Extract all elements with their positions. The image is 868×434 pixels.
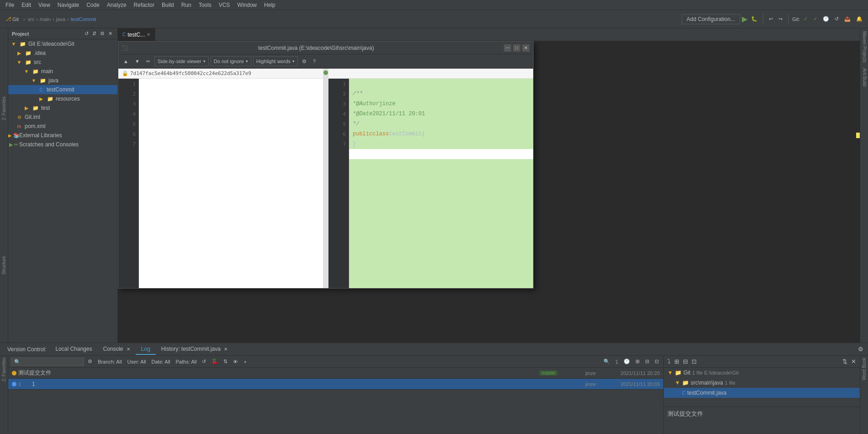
commit-tree-git[interactable]: ▼ 📁 Git 1 file E:\ideacode\Git bbox=[664, 368, 860, 378]
tab-local-changes[interactable]: Local Changes bbox=[50, 344, 97, 355]
redo-button[interactable]: ↪ bbox=[777, 15, 784, 23]
diff-help-btn[interactable]: ? bbox=[311, 58, 318, 65]
diff-ignore-dropdown[interactable]: Do not ignore ▾ bbox=[211, 56, 251, 66]
tree-item-main[interactable]: ▼ 📁 main bbox=[8, 67, 117, 76]
branch-filter[interactable]: Branch: All bbox=[96, 359, 124, 364]
log-cherry-pick-btn[interactable]: 🍒 bbox=[210, 358, 220, 365]
right-panel-btn2[interactable]: ⊞ bbox=[673, 358, 680, 365]
log-row-0[interactable]: 测试提交文件 master jinze 2021/11/11 20:20 bbox=[8, 368, 663, 379]
menu-help[interactable]: Help bbox=[260, 1, 279, 9]
git-revert[interactable]: ↺ bbox=[833, 15, 841, 23]
tree-item-src[interactable]: ▼ 📁 src bbox=[8, 58, 117, 67]
log-settings-btn[interactable]: ⚙ bbox=[86, 358, 94, 365]
menu-view[interactable]: View bbox=[35, 1, 54, 9]
menu-analyze[interactable]: Analyze bbox=[103, 1, 130, 9]
tree-item-pomxml[interactable]: m pom.xml bbox=[8, 122, 117, 131]
git-clock[interactable]: 🕐 bbox=[821, 15, 831, 23]
menu-navigate[interactable]: Navigate bbox=[54, 1, 83, 9]
diff-prev-btn[interactable]: ▲ bbox=[121, 58, 131, 65]
sidebar-close-btn[interactable]: ✕ bbox=[107, 30, 114, 37]
git-push[interactable]: 📤 bbox=[842, 15, 852, 23]
log-collapse-btn[interactable]: ⤵ bbox=[614, 359, 620, 365]
right-close-btn[interactable]: ✕ bbox=[850, 358, 857, 365]
tree-item-testcommit[interactable]: C testCommit bbox=[8, 85, 117, 94]
log-sort-btn[interactable]: ⇅ bbox=[222, 358, 229, 365]
git-check1[interactable]: ✓ bbox=[802, 15, 810, 23]
menu-tools[interactable]: Tools bbox=[195, 1, 215, 9]
tree-item-resources[interactable]: ▶ 📁 resources bbox=[8, 94, 117, 103]
tree-item-scratches[interactable]: ▶ ✏ Scratches and Consoles bbox=[8, 140, 117, 149]
sidebar-sync-btn[interactable]: ↺ bbox=[83, 30, 90, 37]
menu-run[interactable]: Run bbox=[178, 1, 195, 9]
tab-log[interactable]: Log bbox=[136, 344, 156, 355]
diff-viewer-dropdown[interactable]: Side-by-side viewer ▾ bbox=[154, 56, 209, 66]
sidebar-expand-btn[interactable]: ⇵ bbox=[91, 30, 98, 37]
commit-tree-file[interactable]: C testCommit.java bbox=[664, 388, 860, 398]
bottom-settings-btn[interactable]: ⚙ bbox=[857, 346, 864, 353]
menu-build[interactable]: Build bbox=[158, 1, 178, 9]
tree-item-java[interactable]: ▼ 📁 java bbox=[8, 76, 117, 85]
word-book-label[interactable]: Word Book bbox=[861, 356, 868, 382]
menu-window[interactable]: Window bbox=[233, 1, 260, 9]
menu-refactor[interactable]: Refactor bbox=[130, 1, 158, 9]
ant-build-label[interactable]: Ant Build bbox=[860, 65, 868, 89]
log-split-btn[interactable]: ⊟ bbox=[643, 358, 651, 365]
diff-settings-btn[interactable]: ⚙ bbox=[300, 58, 309, 65]
diff-minimize-btn[interactable]: ─ bbox=[504, 44, 511, 52]
undo-button[interactable]: ↩ bbox=[767, 15, 775, 23]
user-filter[interactable]: User: All bbox=[126, 359, 148, 364]
editor-tab-testcommit[interactable]: C testC... ✕ bbox=[118, 28, 155, 41]
git-check2[interactable]: ✓ bbox=[811, 15, 819, 23]
git-notification[interactable]: 🔔 bbox=[854, 15, 864, 23]
value-date: 2021/11/11 20:01 bbox=[372, 111, 425, 117]
iml-file-icon: ⚙ bbox=[16, 113, 23, 121]
date-filter[interactable]: Date: All bbox=[150, 359, 172, 364]
diff-maximize-btn[interactable]: □ bbox=[513, 44, 520, 52]
git-icon[interactable]: ⎇ Git bbox=[4, 15, 21, 23]
structure-label[interactable]: Structure bbox=[0, 254, 7, 277]
diff-close-btn[interactable]: ✕ bbox=[522, 44, 529, 52]
add-configuration-button[interactable]: Add Configuration... bbox=[682, 14, 740, 24]
menu-file[interactable]: File bbox=[2, 1, 18, 9]
tree-item-gitiml[interactable]: ⚙ Git.iml bbox=[8, 113, 117, 122]
tree-item-external[interactable]: ▶ 📚 External Libraries bbox=[8, 131, 117, 140]
tree-item-git[interactable]: ▼ 📁 Git E:\ideacode\Git bbox=[8, 39, 117, 48]
commit-tree-src[interactable]: ▼ 📁 src\main\java 1 file bbox=[664, 378, 860, 388]
tab-history[interactable]: History: testCommit.java ✕ bbox=[156, 344, 233, 355]
console-close-icon[interactable]: ✕ bbox=[127, 347, 130, 352]
log-search-input[interactable] bbox=[11, 358, 84, 366]
diff-next-btn[interactable]: ▼ bbox=[132, 58, 142, 65]
menu-edit[interactable]: Edit bbox=[18, 1, 35, 9]
diff-edit-btn[interactable]: ✏ bbox=[144, 58, 153, 65]
tree-item-test[interactable]: ▶ 📁 test bbox=[8, 103, 117, 113]
sidebar-settings-btn[interactable]: ⚙ bbox=[99, 30, 106, 37]
debug-button[interactable]: 🐛 bbox=[749, 15, 759, 23]
log-vertical-btn[interactable]: ⊡ bbox=[653, 358, 661, 365]
folder-expand-icon: ▼ bbox=[675, 380, 680, 386]
maven-projects-label[interactable]: Maven Projects bbox=[860, 28, 868, 65]
right-panel-btn4[interactable]: ⊡ bbox=[691, 358, 698, 365]
log-row-1[interactable]: 1 1 jinze 2021/11/11 20:03 bbox=[8, 379, 663, 390]
log-eye-btn[interactable]: 👁 bbox=[231, 359, 240, 365]
tab-console[interactable]: Console ✕ bbox=[97, 344, 135, 355]
log-history-btn[interactable]: 🕐 bbox=[622, 358, 632, 365]
diff-highlight-dropdown[interactable]: Highlight words ▾ bbox=[253, 56, 298, 66]
log-search-right-btn[interactable]: 🔍 bbox=[602, 358, 612, 365]
external-folder-icon: ▶ 📚 bbox=[10, 132, 17, 139]
log-refresh-btn[interactable]: ↺ bbox=[200, 358, 208, 365]
paths-filter[interactable]: Paths: All bbox=[174, 359, 199, 364]
diff-line-1 bbox=[139, 79, 323, 89]
menu-code[interactable]: Code bbox=[83, 1, 103, 9]
menu-vcs[interactable]: VCS bbox=[215, 1, 234, 9]
tree-item-idea[interactable]: ▶ 📁 .idea bbox=[8, 48, 117, 58]
right-panel-btn3[interactable]: ⊟ bbox=[682, 358, 689, 365]
favorites-bottom-label[interactable]: 2: Favorites bbox=[0, 356, 7, 383]
run-button[interactable]: ▶ bbox=[742, 15, 747, 23]
right-panel-btn1[interactable]: ⤵ bbox=[667, 358, 672, 365]
history-close-icon[interactable]: ✕ bbox=[224, 347, 228, 352]
favorites-label[interactable]: 2: Favorites bbox=[0, 95, 7, 122]
right-settings-btn[interactable]: ⇅ bbox=[842, 358, 848, 365]
log-grid-btn[interactable]: ⊞ bbox=[634, 358, 641, 365]
bottom-tabs: Version Control: Local Changes Console ✕… bbox=[0, 343, 868, 356]
log-add-btn[interactable]: + bbox=[242, 359, 248, 365]
